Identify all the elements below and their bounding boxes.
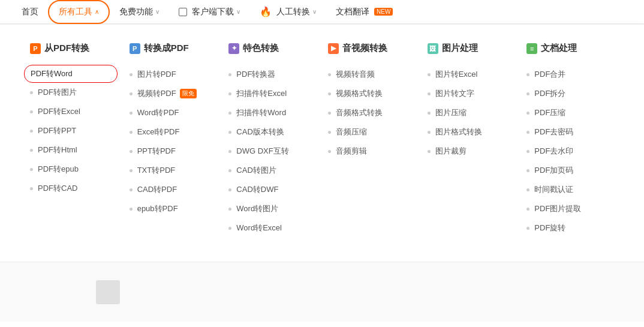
menu-item[interactable]: CAD版本转换 xyxy=(228,122,316,142)
menu-dot xyxy=(526,208,529,211)
nav-ai-convert[interactable]: 🔥 人工转换 ∨ xyxy=(250,0,326,24)
nav-home[interactable]: 首页 xyxy=(12,0,48,24)
menu-item-label: Excel转PDF xyxy=(137,127,180,137)
menu-item[interactable]: PDF转图片 xyxy=(30,83,118,102)
menu-item-label: CAD转图片 xyxy=(236,165,276,176)
nav-ai-label: 人工转换 xyxy=(276,7,310,17)
menu-item[interactable]: 图片转Excel xyxy=(428,65,515,84)
nav-client[interactable]: 客户端下载 ∨ xyxy=(169,0,250,24)
menu-item[interactable]: PDF压缩 xyxy=(526,103,614,122)
menu-item[interactable]: PDF图片提取 xyxy=(526,199,614,218)
cat-icon-image-process: 🖼 xyxy=(428,43,438,54)
menu-dot xyxy=(428,92,431,95)
menu-dot xyxy=(228,150,231,153)
menu-item[interactable]: 时间戳认证 xyxy=(526,180,614,199)
menu-dot xyxy=(130,208,133,211)
cat-header-from-pdf: P从PDF转换 xyxy=(30,43,118,54)
menu-item[interactable]: PDF拆分 xyxy=(526,84,614,103)
cat-icon-audio-video: ▶ xyxy=(328,43,339,54)
cat-icon-from-pdf: P xyxy=(30,43,41,54)
menu-item[interactable]: PDF去水印 xyxy=(526,142,614,161)
menu-item[interactable]: epub转PDF xyxy=(130,199,217,218)
menu-item[interactable]: PDF旋转 xyxy=(526,218,614,238)
cat-header-audio-video: ▶音视频转换 xyxy=(328,43,416,54)
menu-item-label: PDF图片提取 xyxy=(534,203,581,214)
nav-home-label: 首页 xyxy=(22,7,38,17)
menu-item[interactable]: PDF加页码 xyxy=(526,161,614,180)
menu-item-label: epub转PDF xyxy=(137,203,178,214)
cat-icon-doc-process: ≡ xyxy=(526,43,537,54)
menu-dot xyxy=(130,131,133,134)
menu-item-label: Word转Excel xyxy=(236,223,282,233)
menu-item[interactable]: 音频剪辑 xyxy=(328,142,416,161)
menu-item-label: 音频格式转换 xyxy=(336,107,383,118)
menu-item-label: PDF加页码 xyxy=(534,165,573,176)
menu-item[interactable]: PDF合并 xyxy=(526,65,614,84)
menu-dot xyxy=(30,130,33,133)
menu-item[interactable]: Word转Excel xyxy=(228,218,316,238)
menu-item-label: CAD转DWF xyxy=(236,184,278,195)
menu-item[interactable]: 扫描件转Excel xyxy=(228,84,316,103)
menu-item-label: 图片裁剪 xyxy=(435,146,467,157)
menu-item[interactable]: 图片裁剪 xyxy=(428,142,515,161)
menu-item[interactable]: 视频转音频 xyxy=(328,65,416,84)
menu-item[interactable]: PDF转换器 xyxy=(228,65,316,84)
menu-dot xyxy=(328,150,331,153)
menu-item-label: 音频剪辑 xyxy=(336,146,367,157)
nav-free[interactable]: 免费功能 ∨ xyxy=(110,0,169,24)
menu-item[interactable]: PDF去密码 xyxy=(526,122,614,142)
menu-item-label: DWG DXF互转 xyxy=(236,146,288,157)
menu-item[interactable]: PDF转epub xyxy=(30,160,118,179)
menu-item[interactable]: PPT转PDF xyxy=(130,142,217,161)
cat-title-from-pdf: 从PDF转换 xyxy=(44,43,89,54)
nav-doc-translate-label: 文档翻译 xyxy=(336,7,369,17)
menu-item[interactable]: PDF转CAD xyxy=(30,179,118,198)
menu-item-label: TXT转PDF xyxy=(137,165,176,176)
menu-item[interactable]: CAD转DWF xyxy=(228,180,316,199)
cat-icon-to-pdf: P xyxy=(130,43,140,54)
menu-item[interactable]: 音频格式转换 xyxy=(328,103,416,122)
categories-grid: P从PDF转换PDF转WordPDF转图片PDF转ExcelPDF转PPTPDF… xyxy=(24,43,620,238)
col-from-pdf: P从PDF转换PDF转WordPDF转图片PDF转ExcelPDF转PPTPDF… xyxy=(24,43,124,238)
menu-item[interactable]: Word转PDF xyxy=(130,103,217,122)
menu-item[interactable]: DWG DXF互转 xyxy=(228,142,316,161)
menu-item[interactable]: PDF转Excel xyxy=(30,102,118,121)
chevron-down-icon: ∨ xyxy=(312,8,317,15)
menu-dot xyxy=(328,112,331,115)
menu-item[interactable]: 视频格式转换 xyxy=(328,84,416,103)
menu-item[interactable]: CAD转PDF xyxy=(130,180,217,199)
menu-item[interactable]: 视频转PDF限免 xyxy=(130,84,217,103)
menu-item[interactable]: 扫描件转Word xyxy=(228,103,316,122)
menu-item-label: PDF转epub xyxy=(38,164,79,175)
nav-doc-translate[interactable]: 文档翻译 NEW xyxy=(326,0,402,24)
menu-item[interactable]: 图片转文字 xyxy=(428,84,515,103)
menu-item-label: 扫描件转Excel xyxy=(236,88,287,99)
menu-item-label: PDF转换器 xyxy=(236,69,275,80)
menu-item[interactable]: CAD转图片 xyxy=(228,161,316,180)
menu-item-label: PDF压缩 xyxy=(534,107,565,118)
menu-item[interactable]: 图片压缩 xyxy=(428,103,515,122)
menu-dot xyxy=(428,131,431,134)
menu-item-label: CAD转PDF xyxy=(137,184,177,195)
menu-item-label: CAD版本转换 xyxy=(236,127,284,137)
menu-item[interactable]: 图片转PDF xyxy=(130,65,217,84)
menu-dot xyxy=(526,169,529,172)
menu-item-label: 图片转PDF xyxy=(137,69,176,80)
menu-dot xyxy=(428,73,431,76)
menu-item[interactable]: Excel转PDF xyxy=(130,122,217,142)
menu-dot xyxy=(30,187,33,190)
menu-dot xyxy=(30,91,33,94)
cat-icon-special-convert: ✦ xyxy=(228,43,239,54)
menu-item[interactable]: PDF转Html xyxy=(30,140,118,160)
menu-item[interactable]: 图片格式转换 xyxy=(428,122,515,142)
menu-item[interactable]: Word转图片 xyxy=(228,199,316,218)
menu-item-label: PDF去密码 xyxy=(534,127,573,137)
menu-item[interactable]: PDF转PPT xyxy=(30,121,118,140)
nav-all-tools[interactable]: 所有工具 ∧ xyxy=(48,0,110,24)
menu-dot xyxy=(228,73,231,76)
menu-item-label: PDF转Word xyxy=(31,68,73,79)
menu-item[interactable]: TXT转PDF xyxy=(130,161,217,180)
menu-item[interactable]: 音频压缩 xyxy=(328,122,416,142)
menu-item[interactable]: PDF转Word xyxy=(24,65,118,83)
chevron-down-icon: ∧ xyxy=(95,8,99,15)
